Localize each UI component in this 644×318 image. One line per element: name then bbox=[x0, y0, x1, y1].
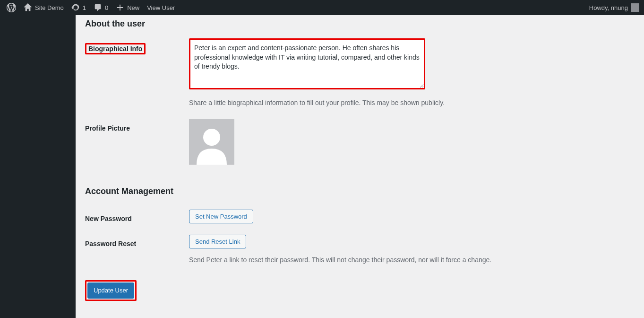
admin-bar: Site Demo 1 0 New View User Howdy, nhung bbox=[0, 0, 644, 15]
admin-sidebar bbox=[0, 15, 76, 318]
password-reset-field-cell: Send Reset Link Send Peter a link to res… bbox=[189, 235, 635, 265]
updates-count: 1 bbox=[83, 4, 86, 11]
bio-field-cell: Peter is an expert and content-passionat… bbox=[189, 38, 635, 108]
account-heading: Account Management bbox=[85, 183, 635, 200]
update-icon bbox=[71, 3, 80, 12]
site-name-label: Site Demo bbox=[35, 4, 64, 11]
bio-label: Biographical Info bbox=[85, 43, 146, 54]
content-area: About the user Biographical Info Peter i… bbox=[76, 15, 644, 318]
comments-count: 0 bbox=[105, 4, 108, 11]
picture-row: Profile Picture bbox=[85, 114, 635, 170]
howdy-text: Howdy, nhung bbox=[589, 4, 628, 11]
admin-bar-left: Site Demo 1 0 New View User bbox=[3, 0, 179, 15]
bio-description: Share a little biographical information … bbox=[189, 98, 635, 108]
view-user-label: View User bbox=[147, 4, 175, 11]
wordpress-icon bbox=[7, 3, 16, 12]
avatar-placeholder-icon bbox=[189, 119, 234, 165]
my-account-menu[interactable]: Howdy, nhung bbox=[589, 3, 639, 12]
new-label: New bbox=[127, 4, 139, 11]
wp-logo-menu[interactable] bbox=[3, 0, 20, 15]
main-wrapper: About the user Biographical Info Peter i… bbox=[0, 15, 644, 318]
new-password-field-cell: Set New Password bbox=[189, 210, 635, 223]
picture-label-cell: Profile Picture bbox=[85, 119, 189, 165]
new-password-label: New Password bbox=[85, 215, 132, 222]
new-content-menu[interactable]: New bbox=[112, 0, 143, 15]
svg-point-1 bbox=[203, 129, 220, 146]
about-form-table: Biographical Info Peter is an expert and… bbox=[85, 33, 635, 170]
submit-highlight: Update User bbox=[85, 280, 137, 301]
password-reset-label: Password Reset bbox=[85, 240, 136, 247]
picture-label: Profile Picture bbox=[85, 124, 130, 132]
view-user-menu[interactable]: View User bbox=[143, 0, 179, 15]
account-form-table: New Password Set New Password Password R… bbox=[85, 204, 635, 271]
reset-description: Send Peter a link to reset their passwor… bbox=[189, 255, 635, 265]
comments-menu[interactable]: 0 bbox=[90, 0, 112, 15]
send-reset-button[interactable]: Send Reset Link bbox=[189, 235, 246, 248]
avatar-icon bbox=[631, 3, 639, 12]
profile-picture bbox=[189, 119, 234, 165]
password-reset-row: Password Reset Send Reset Link Send Pete… bbox=[85, 229, 635, 271]
bio-textarea[interactable]: Peter is an expert and content-passionat… bbox=[189, 38, 425, 89]
updates-menu[interactable]: 1 bbox=[68, 0, 90, 15]
bio-label-cell: Biographical Info bbox=[85, 38, 189, 108]
about-heading: About the user bbox=[85, 15, 635, 33]
picture-field-cell bbox=[189, 119, 635, 165]
site-name-menu[interactable]: Site Demo bbox=[20, 0, 68, 15]
comment-icon bbox=[94, 3, 102, 12]
update-user-button[interactable]: Update User bbox=[87, 283, 134, 299]
home-icon bbox=[24, 3, 32, 12]
password-reset-label-cell: Password Reset bbox=[85, 235, 189, 265]
new-password-label-cell: New Password bbox=[85, 210, 189, 223]
plus-icon bbox=[116, 3, 124, 12]
new-password-row: New Password Set New Password bbox=[85, 204, 635, 229]
set-password-button[interactable]: Set New Password bbox=[189, 210, 253, 223]
bio-row: Biographical Info Peter is an expert and… bbox=[85, 33, 635, 114]
